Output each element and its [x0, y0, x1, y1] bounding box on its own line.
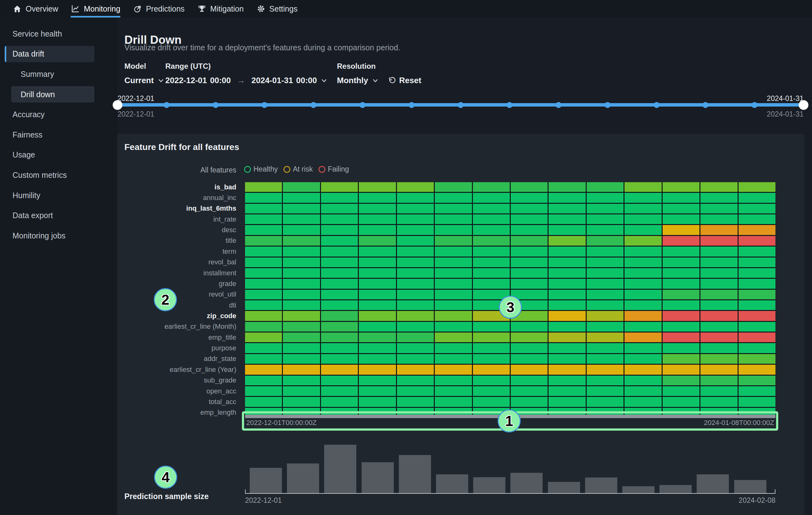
sidebar-item-humility[interactable]: Humility — [0, 185, 117, 206]
heatmap-cell[interactable] — [663, 247, 699, 256]
heatmap-cell[interactable] — [397, 247, 434, 256]
heatmap-cell[interactable] — [245, 193, 282, 202]
heatmap-cell[interactable] — [283, 204, 320, 213]
heatmap-cell[interactable] — [435, 247, 472, 256]
heatmap-cell[interactable] — [245, 268, 282, 278]
nav-item-settings[interactable]: Settings — [256, 0, 297, 18]
heatmap-cell[interactable] — [321, 300, 358, 310]
heatmap-cell[interactable] — [245, 214, 282, 224]
heatmap-cell[interactable] — [397, 365, 434, 374]
heatmap-cell[interactable] — [321, 193, 358, 202]
heatmap-cell[interactable] — [587, 268, 624, 278]
heatmap-cell[interactable] — [625, 365, 661, 374]
sidebar-item-drill-down[interactable]: Drill down — [0, 84, 117, 105]
heatmap-cell[interactable] — [245, 300, 282, 310]
heatmap-cell[interactable] — [511, 214, 548, 224]
heatmap-cell[interactable] — [587, 290, 624, 299]
heatmap-cell[interactable] — [321, 386, 358, 396]
heatmap-cell[interactable] — [738, 290, 776, 299]
heatmap-cell[interactable] — [359, 365, 396, 374]
heatmap-cell[interactable] — [245, 322, 282, 332]
heatmap-cell[interactable] — [549, 290, 585, 299]
heatmap-cell[interactable] — [511, 279, 548, 288]
heatmap-cell[interactable] — [549, 193, 585, 202]
heatmap-cell[interactable] — [397, 343, 434, 353]
heatmap-cell[interactable] — [245, 182, 282, 192]
heatmap-cell[interactable] — [359, 376, 396, 385]
heatmap-cell[interactable] — [625, 322, 661, 332]
heatmap-cell[interactable] — [321, 268, 358, 278]
heatmap-cell[interactable] — [435, 322, 472, 332]
heatmap-cell[interactable] — [245, 397, 282, 406]
heatmap-cell[interactable] — [587, 343, 624, 353]
heatmap-cell[interactable] — [245, 386, 282, 396]
heatmap-cell[interactable] — [359, 322, 396, 332]
heatmap-cell[interactable] — [435, 354, 472, 364]
heatmap-cell[interactable] — [738, 311, 776, 321]
heatmap-cell[interactable] — [549, 386, 585, 396]
heatmap-cell[interactable] — [321, 333, 358, 342]
heatmap-cell[interactable] — [283, 300, 320, 310]
heatmap-cell[interactable] — [511, 322, 548, 332]
heatmap-cell[interactable] — [700, 365, 737, 374]
heatmap-cell[interactable] — [245, 333, 282, 342]
heatmap-cell[interactable] — [245, 258, 282, 267]
heatmap-cell[interactable] — [700, 214, 737, 224]
heatmap-cell[interactable] — [359, 311, 396, 321]
heatmap-cell[interactable] — [625, 247, 661, 256]
sidebar-item-usage[interactable]: Usage — [0, 145, 117, 165]
heatmap-cell[interactable] — [283, 236, 320, 246]
heatmap-cell[interactable] — [587, 311, 624, 321]
heatmap-cell[interactable] — [663, 311, 699, 321]
heatmap-cell[interactable] — [321, 397, 358, 406]
heatmap-cell[interactable] — [473, 279, 510, 288]
heatmap-cell[interactable] — [549, 279, 585, 288]
heatmap-cell[interactable] — [625, 225, 661, 235]
nav-item-overview[interactable]: Overview — [12, 0, 58, 18]
heatmap-cell[interactable] — [397, 182, 434, 192]
heatmap-cell[interactable] — [473, 182, 510, 192]
heatmap-cell[interactable] — [587, 247, 624, 256]
heatmap-cell[interactable] — [549, 397, 585, 406]
heatmap-cell[interactable] — [473, 354, 510, 364]
heatmap-cell[interactable] — [245, 376, 282, 385]
heatmap-cell[interactable] — [511, 376, 548, 385]
heatmap-cell[interactable] — [435, 204, 472, 213]
heatmap-cell[interactable] — [587, 182, 624, 192]
heatmap-cell[interactable] — [397, 279, 434, 288]
heatmap-cell[interactable] — [245, 365, 282, 374]
sidebar-item-data-export[interactable]: Data export — [0, 205, 117, 226]
heatmap-cell[interactable] — [549, 236, 585, 246]
heatmap-cell[interactable] — [511, 258, 548, 267]
heatmap-cell[interactable] — [321, 204, 358, 213]
heatmap-cell[interactable] — [738, 354, 776, 364]
heatmap-cell[interactable] — [511, 397, 548, 406]
slider-handle-end[interactable] — [799, 100, 809, 110]
heatmap-cell[interactable] — [625, 279, 661, 288]
heatmap-cell[interactable] — [587, 386, 624, 396]
heatmap-cell[interactable] — [473, 268, 510, 278]
heatmap-cell[interactable] — [549, 333, 585, 342]
heatmap-cell[interactable] — [511, 193, 548, 202]
heatmap-cell[interactable] — [587, 376, 624, 385]
heatmap-cell[interactable] — [511, 225, 548, 235]
heatmap-cell[interactable] — [625, 258, 661, 267]
heatmap-cell[interactable] — [700, 236, 737, 246]
heatmap-cell[interactable] — [738, 236, 776, 246]
heatmap-cell[interactable] — [700, 268, 737, 278]
heatmap-cell[interactable] — [245, 236, 282, 246]
heatmap-cell[interactable] — [435, 236, 472, 246]
heatmap-cell[interactable] — [359, 290, 396, 299]
heatmap-cell[interactable] — [625, 193, 661, 202]
heatmap-cell[interactable] — [700, 376, 737, 385]
heatmap-cell[interactable] — [283, 193, 320, 202]
heatmap-cell[interactable] — [549, 225, 585, 235]
heatmap-cell[interactable] — [473, 247, 510, 256]
heatmap-cell[interactable] — [663, 386, 699, 396]
heatmap-cell[interactable] — [549, 311, 585, 321]
heatmap-cell[interactable] — [283, 376, 320, 385]
reset-button[interactable]: Reset — [388, 76, 421, 85]
heatmap-cell[interactable] — [738, 279, 776, 288]
heatmap-cell[interactable] — [245, 225, 282, 235]
heatmap-cell[interactable] — [245, 343, 282, 353]
